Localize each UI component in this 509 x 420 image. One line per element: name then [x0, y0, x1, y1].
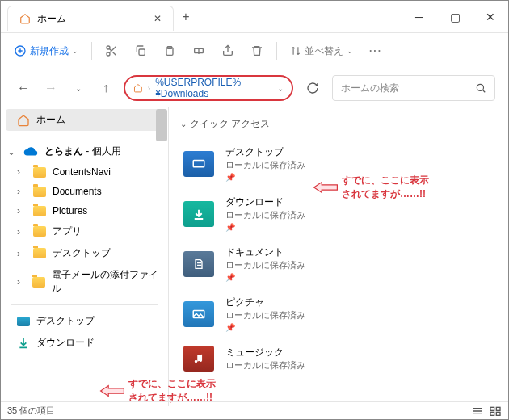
- sidebar-item-desktop-od[interactable]: ›デスクトップ: [1, 242, 168, 264]
- refresh-button[interactable]: [301, 82, 324, 94]
- cut-icon: [105, 44, 118, 57]
- copy-button[interactable]: [128, 40, 154, 62]
- download-icon: [17, 337, 30, 350]
- content-pane: ⌄ クイック アクセス デスクトップローカルに保存済み📌 ダウンロードローカルに…: [169, 107, 508, 406]
- folder-icon: [33, 167, 46, 178]
- home-icon: [19, 13, 31, 24]
- tab-home[interactable]: ホーム ✕: [7, 6, 174, 32]
- chevron-down-icon: ⌄: [180, 120, 187, 128]
- folder-icon: [33, 206, 46, 216]
- desktop-folder-icon: [183, 151, 214, 177]
- sort-button[interactable]: 並べ替え ⌄: [284, 40, 360, 63]
- documents-folder-icon: [183, 251, 214, 277]
- minimize-button[interactable]: ─: [402, 1, 437, 33]
- sidebar-item-downloads[interactable]: ダウンロード: [1, 332, 168, 354]
- scrollbar[interactable]: [156, 109, 167, 141]
- chevron-right-icon[interactable]: ›: [17, 205, 27, 216]
- annotation-bottom: すでに、ここに表示されてますが……!!: [99, 377, 216, 405]
- close-button[interactable]: ✕: [473, 1, 508, 33]
- back-button[interactable]: ←: [14, 78, 33, 98]
- desktop-icon: [17, 317, 30, 326]
- home-icon: [17, 114, 30, 127]
- plus-circle-icon: [14, 44, 27, 57]
- folder-icon: [33, 226, 46, 237]
- trash-icon: [250, 44, 263, 57]
- sidebar-item-pictures[interactable]: ›Pictures: [1, 201, 168, 220]
- chevron-down-icon: ⌄: [72, 47, 78, 55]
- qa-item-pictures[interactable]: ピクチャローカルに保存済み📌: [180, 289, 497, 339]
- sidebar-item-contentsnavi[interactable]: ›ContentsNavi: [1, 162, 168, 182]
- svg-point-2: [107, 52, 110, 56]
- chevron-down-icon[interactable]: ⌄: [69, 78, 88, 98]
- svg-rect-3: [139, 49, 145, 55]
- more-button[interactable]: ···: [363, 40, 389, 61]
- list-view-icon[interactable]: [471, 405, 484, 417]
- arrow-left-icon: [313, 180, 339, 195]
- qa-item-documents[interactable]: ドキュメントローカルに保存済み📌: [180, 239, 497, 289]
- sidebar-item-documents[interactable]: ›Documents: [1, 182, 168, 201]
- sort-icon: [290, 45, 301, 57]
- close-icon[interactable]: ✕: [154, 13, 162, 24]
- share-icon: [221, 44, 234, 57]
- home-icon: [133, 82, 143, 94]
- cut-button[interactable]: [99, 40, 124, 62]
- pin-icon: 📌: [225, 223, 235, 232]
- svg-rect-11: [496, 407, 500, 410]
- share-button[interactable]: [215, 40, 241, 62]
- svg-rect-10: [490, 407, 494, 410]
- grid-view-icon[interactable]: [489, 405, 502, 417]
- address-path: %USERPROFILE%¥Downloads: [155, 77, 272, 99]
- address-bar[interactable]: › %USERPROFILE%¥Downloads ⌄: [124, 75, 293, 101]
- paste-icon: [163, 44, 176, 57]
- sidebar-item-apps[interactable]: ›アプリ: [1, 220, 168, 242]
- sidebar-item-home[interactable]: ホーム: [6, 109, 163, 131]
- chevron-right-icon[interactable]: ›: [17, 276, 26, 288]
- downloads-folder-icon: [183, 201, 214, 227]
- delete-button[interactable]: [244, 40, 270, 62]
- copy-icon: [134, 44, 147, 57]
- sidebar: ホーム ⌄ とらまん - 個人用 ›ContentsNavi ›Document…: [1, 107, 169, 406]
- cloud-icon: [23, 147, 38, 157]
- forward-button[interactable]: →: [41, 78, 61, 98]
- svg-rect-13: [496, 412, 500, 415]
- sidebar-item-desktop[interactable]: デスクトップ: [1, 310, 168, 332]
- new-button[interactable]: 新規作成 ⌄: [7, 40, 85, 63]
- chevron-right-icon[interactable]: ›: [17, 186, 27, 197]
- refresh-icon: [306, 82, 319, 94]
- music-folder-icon: [183, 346, 214, 372]
- chevron-right-icon[interactable]: ›: [17, 248, 27, 259]
- tab-title: ホーム: [37, 12, 66, 26]
- up-button[interactable]: ↑: [96, 78, 116, 98]
- chevron-down-icon: ⌄: [347, 47, 353, 55]
- qa-item-music[interactable]: ミュージックローカルに保存済み: [180, 339, 497, 378]
- search-input[interactable]: ホームの検索: [332, 75, 495, 101]
- folder-icon: [32, 277, 44, 288]
- nav-row: ← → ⌄ ↑ › %USERPROFILE%¥Downloads ⌄ ホームの…: [1, 69, 508, 107]
- divider: [91, 42, 92, 60]
- svg-point-7: [477, 84, 483, 90]
- sidebar-item-email[interactable]: ›電子メールの添付ファイル: [1, 264, 168, 300]
- arrow-left-icon: [99, 384, 125, 398]
- section-quick-access[interactable]: ⌄ クイック アクセス: [180, 117, 497, 131]
- new-tab-button[interactable]: +: [174, 10, 198, 24]
- pin-icon: 📌: [225, 173, 235, 182]
- svg-rect-8: [193, 161, 204, 167]
- divider: [11, 304, 158, 305]
- pin-icon: 📌: [225, 323, 235, 332]
- status-bar: 35 個の項目: [1, 401, 508, 419]
- titlebar: ホーム ✕ + ─ ▢ ✕: [1, 1, 508, 33]
- paste-button[interactable]: [157, 40, 183, 62]
- chevron-right-icon[interactable]: ›: [17, 166, 27, 178]
- annotation-top: すでに、ここに表示されてますが……!!: [313, 174, 429, 201]
- sidebar-item-onedrive[interactable]: ⌄ とらまん - 個人用: [1, 141, 168, 162]
- pin-icon: 📌: [225, 273, 235, 282]
- search-placeholder: ホームの検索: [341, 82, 399, 95]
- chevron-down-icon[interactable]: ⌄: [7, 146, 17, 158]
- status-count: 35 個の項目: [7, 405, 55, 417]
- chevron-right-icon[interactable]: ›: [17, 226, 27, 237]
- maximize-button[interactable]: ▢: [437, 1, 473, 33]
- rename-icon: [192, 44, 205, 57]
- rename-button[interactable]: [186, 40, 212, 62]
- svg-rect-12: [490, 412, 494, 415]
- divider: [276, 42, 277, 60]
